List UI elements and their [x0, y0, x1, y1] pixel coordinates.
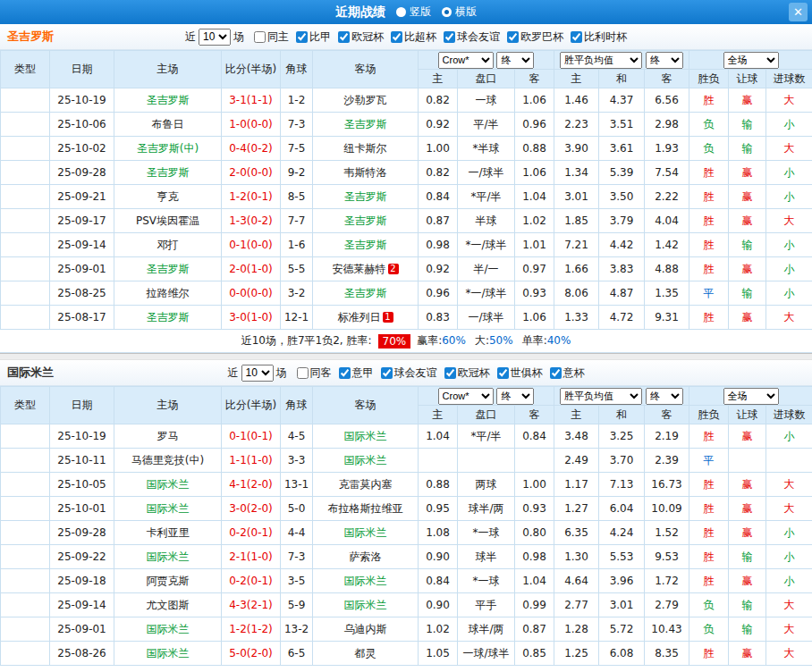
result-handicap: 输 — [729, 137, 766, 161]
bookmaker-select[interactable]: Crow* — [438, 388, 494, 405]
filter-checkbox[interactable]: 世俱杯 — [497, 365, 543, 381]
odds-win: 3.48 — [554, 424, 599, 449]
away-team-cell: 国际米兰 — [313, 424, 419, 449]
result-handicap: 输 — [729, 617, 766, 642]
checkbox-input[interactable] — [391, 31, 402, 43]
result-goals: 小 — [766, 233, 812, 257]
result-goals: 大 — [766, 306, 812, 330]
odds-win: 2.49 — [554, 449, 599, 473]
close-icon[interactable]: ✕ — [789, 3, 808, 21]
odds-lose: 1.52 — [645, 521, 689, 545]
bookmaker-final-select[interactable]: 终 — [496, 388, 534, 405]
filter-checkbox[interactable]: 比甲 — [296, 29, 331, 45]
checkbox-input[interactable] — [339, 367, 351, 379]
checkbox-input[interactable] — [338, 31, 350, 43]
filter-games-label: 场 — [233, 29, 244, 45]
corner-cell: 1-6 — [281, 233, 313, 257]
match-count-select[interactable]: 10 — [199, 29, 231, 46]
layout-radio-option[interactable]: 竖版 — [396, 4, 431, 20]
filter-checkbox[interactable]: 意甲 — [339, 365, 374, 381]
result-handicap: 输 — [729, 233, 766, 257]
scope-select[interactable]: 全场 — [723, 52, 779, 69]
away-team-cell: 布拉格斯拉维亚 — [313, 497, 419, 521]
filter-checkbox[interactable]: 欧冠杯 — [338, 29, 384, 45]
filter-checkbox[interactable]: 比利时杯 — [571, 29, 627, 45]
radio-label: 竖版 — [410, 4, 431, 20]
bookmaker-final-select[interactable]: 终 — [496, 52, 534, 69]
checkbox-input[interactable] — [550, 367, 562, 379]
odds-win: 1.30 — [554, 545, 599, 569]
section-divider — [0, 353, 812, 360]
corner-cell: 3-2 — [281, 281, 313, 306]
home-team-name: 亨克 — [157, 190, 179, 203]
filter-checkbox[interactable]: 球会友谊 — [444, 29, 500, 45]
odds-final-select[interactable]: 终 — [646, 52, 683, 69]
checkbox-input[interactable] — [296, 31, 308, 43]
summary-extra: 大:50% — [475, 333, 513, 349]
odds-type-select[interactable]: 胜平负均值 — [560, 388, 642, 405]
checkbox-input[interactable] — [444, 367, 456, 379]
wdl-odds-header: 胜平负均值 终 — [554, 51, 689, 70]
checkbox-input[interactable] — [254, 31, 266, 43]
odds-lose: 2.39 — [645, 449, 689, 473]
odds-draw: 4.24 — [599, 521, 645, 545]
scope-select[interactable]: 全场 — [723, 388, 779, 405]
league-type-badge: 意甲 — [1, 473, 50, 497]
ah-handicap: *一/球半 — [458, 281, 515, 306]
filter-checkbox[interactable]: 比超杯 — [391, 29, 436, 45]
match-row: 欧冠杯 25-10-01 国际米兰 3-0(2-0) 5-0 布拉格斯拉维亚 0… — [1, 497, 812, 521]
odds-lose: 2.19 — [645, 424, 689, 449]
corner-cell: 12-1 — [281, 306, 313, 330]
odds-win: 2.77 — [554, 593, 599, 617]
away-team-cell: 标准列日1 — [313, 306, 419, 330]
league-type-badge: 意甲 — [1, 424, 50, 449]
odds-final-select[interactable]: 终 — [646, 388, 683, 405]
checkbox-input[interactable] — [297, 367, 309, 379]
checkbox-label: 比超杯 — [404, 29, 436, 45]
ah-away-odds: 1.06 — [515, 306, 554, 330]
match-date: 25-08-26 — [50, 642, 114, 666]
result-goals: 小 — [766, 185, 812, 209]
filter-checkbox[interactable]: 意杯 — [550, 365, 585, 381]
result-wdl: 胜 — [689, 545, 729, 569]
layout-radio-option[interactable]: 横版 — [442, 4, 477, 20]
popup-title: 近期战绩 — [335, 4, 385, 21]
checkbox-input[interactable] — [571, 31, 582, 43]
ah-away-odds: 0.80 — [515, 521, 554, 545]
result-handicap: 赢 — [729, 497, 766, 521]
result-goals: 小 — [766, 257, 812, 281]
corner-cell: 6-5 — [281, 642, 313, 666]
matches-table-away-team: 类型 日期 主场 比分(半场) 角球 客场 Crow* 终 胜平负均值 终 全场… — [0, 386, 812, 666]
ah-home-odds: 0.98 — [419, 233, 458, 257]
home-team-name: 国际米兰 — [147, 550, 190, 563]
filter-checkbox[interactable]: 同客 — [297, 365, 332, 381]
ah-handicap: 一/球半 — [458, 161, 515, 185]
filter-checkbox[interactable]: 同主 — [254, 29, 289, 45]
result-handicap: 赢 — [729, 185, 766, 209]
col-header-odds-lose: 客 — [645, 70, 689, 88]
checkbox-input[interactable] — [497, 367, 509, 379]
odds-win: 7.21 — [554, 233, 599, 257]
ah-home-odds: 0.83 — [419, 306, 458, 330]
result-handicap: 赢 — [729, 161, 766, 185]
ah-home-odds: 0.96 — [419, 281, 458, 306]
ah-away-odds: 1.01 — [515, 233, 554, 257]
checkbox-input[interactable] — [444, 31, 455, 43]
ah-handicap: *平/半 — [458, 185, 515, 209]
odds-draw: 4.87 — [599, 281, 645, 306]
filter-checkbox[interactable]: 欧冠杯 — [444, 365, 490, 381]
filter-checkbox[interactable]: 球会友谊 — [381, 365, 437, 381]
bookmaker-select[interactable]: Crow* — [438, 52, 494, 69]
checkbox-input[interactable] — [381, 367, 393, 379]
summary-extra: 单率:40% — [522, 333, 571, 349]
checkbox-input[interactable] — [507, 31, 519, 43]
league-type-badge: 比甲 — [1, 257, 50, 281]
score-cell: 4-3(2-1) — [222, 593, 281, 617]
odds-type-select[interactable]: 胜平负均值 — [560, 52, 642, 69]
match-count-select[interactable]: 10 — [241, 365, 274, 382]
result-wdl: 胜 — [689, 569, 729, 593]
ah-handicap: 一/球半 — [458, 306, 515, 330]
filter-checkbox[interactable]: 欧罗巴杯 — [507, 29, 563, 45]
result-wdl: 胜 — [689, 88, 729, 113]
ah-home-odds: 0.92 — [419, 257, 458, 281]
